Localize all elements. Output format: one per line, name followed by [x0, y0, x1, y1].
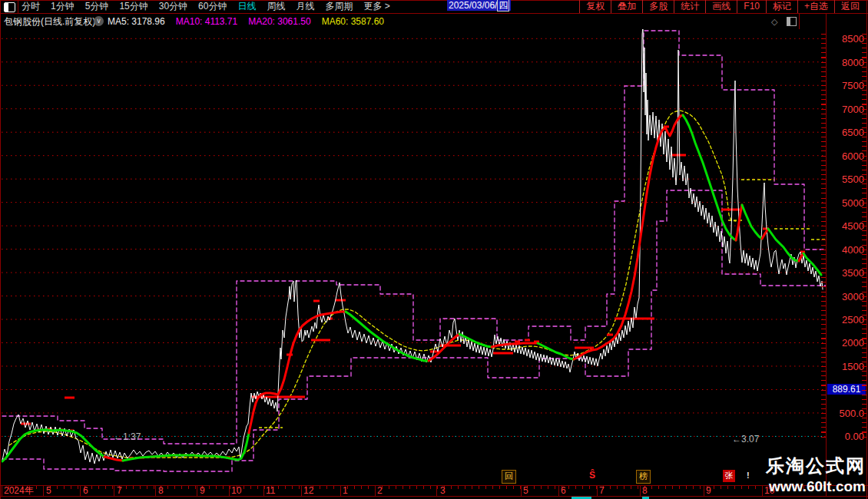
ma-value-labels: MA5: 3178.96MA10: 4113.71MA20: 3061.50MA… — [108, 14, 384, 29]
price-axis-label: 1500 — [827, 361, 864, 372]
tool-menu-多股[interactable]: 多股 — [642, 0, 674, 13]
period-tab-1分钟[interactable]: 1分钟 — [51, 0, 75, 13]
price-axis-label: 2500 — [827, 314, 864, 326]
month-separator — [558, 485, 559, 496]
ma60-line — [9, 111, 736, 458]
trend-line-up — [104, 457, 123, 461]
crosshair-date-box: 2025/03/06/四 — [447, 0, 511, 11]
event-marker-张[interactable]: 张 — [723, 470, 735, 482]
month-label: 7 — [117, 486, 122, 496]
period-toolbar: 分时1分钟5分钟15分钟30分钟60分钟日线周线月线多周期更多 > 复权叠加多股… — [0, 0, 868, 13]
ma-label: MA10: 4113.71 — [176, 14, 238, 29]
price-chart-canvas[interactable] — [0, 0, 868, 499]
period-tab-周线[interactable]: 周线 — [267, 0, 285, 13]
stock-title: 包钢股份(日线.前复权) — [4, 14, 95, 29]
axis-left-border — [826, 13, 827, 496]
month-separator — [640, 485, 641, 496]
month-separator — [597, 485, 598, 496]
price-axis-label: 3000 — [827, 291, 864, 302]
month-label: 5 — [523, 486, 528, 496]
trend-line-up — [249, 312, 346, 433]
xaxis-bottom-border — [0, 496, 868, 497]
price-axis-label: 5500 — [827, 173, 864, 185]
month-label: 2024年 — [4, 486, 34, 496]
month-label: 8 — [642, 486, 648, 496]
trend-line-down — [803, 253, 821, 275]
month-label: 10 — [231, 486, 241, 496]
date-axis: 2024年567891011121235678910 — [0, 485, 868, 496]
trend-line-down — [742, 205, 762, 239]
split-panel-icon[interactable] — [787, 17, 797, 26]
period-tab-分时[interactable]: 分时 — [22, 0, 40, 13]
price-axis-label: 5000 — [827, 197, 864, 209]
tool-menu-+自选[interactable]: +自选 — [797, 0, 834, 13]
month-label: 6 — [561, 486, 566, 496]
price-axis-label: 4500 — [827, 220, 864, 232]
crosshair-weekday: 四 — [497, 0, 509, 12]
month-label: 5 — [46, 486, 51, 496]
month-separator — [704, 485, 704, 496]
event-marker-![interactable]: ! — [747, 470, 750, 482]
period-tab-更多 >[interactable]: 更多 > — [363, 0, 389, 13]
watermark-url: www.60lt.com — [766, 478, 866, 495]
price-axis-label: 0.00 — [827, 431, 864, 442]
tool-menu-统计[interactable]: 统计 — [674, 0, 705, 13]
period-tabs: 分时1分钟5分钟15分钟30分钟60分钟日线周线月线多周期更多 > — [22, 0, 390, 13]
month-separator — [114, 485, 114, 496]
month-separator — [521, 485, 522, 496]
chart-header: 包钢股份(日线.前复权) ∨ MA5: 3178.96MA10: 4113.71… — [0, 14, 868, 29]
price-line — [2, 25, 823, 464]
chevron-down-icon[interactable]: ∨ — [94, 16, 104, 26]
tool-menu-画线[interactable]: 画线 — [705, 0, 737, 13]
month-label: 2 — [377, 486, 383, 496]
trend-line-down — [768, 229, 799, 261]
last-price-badge: 889.61 — [827, 384, 866, 395]
period-tab-月线[interactable]: 月线 — [296, 0, 314, 13]
price-axis-ticks-outer — [862, 34, 866, 439]
month-label: 12 — [303, 486, 313, 496]
panel-toggle-icon[interactable] — [4, 2, 15, 12]
event-marker-榜[interactable]: 榜 — [636, 470, 651, 484]
month-separator — [229, 485, 230, 496]
tool-menu-叠加[interactable]: 叠加 — [611, 0, 642, 13]
watermark-name: 乐淘公式网 — [766, 454, 866, 478]
month-separator — [263, 485, 264, 496]
month-label: 11 — [266, 486, 275, 496]
period-tab-15分钟[interactable]: 15分钟 — [119, 0, 147, 13]
period-tab-5分钟[interactable]: 5分钟 — [85, 0, 109, 13]
price-axis-label: 2000 — [827, 337, 864, 349]
month-label: 8 — [158, 486, 164, 496]
month-separator — [340, 485, 341, 496]
event-marker-Ŝ[interactable]: Ŝ — [589, 470, 595, 482]
price-axis-label: 8000 — [827, 57, 864, 68]
month-separator — [155, 485, 156, 496]
watermark: 乐淘公式网 www.60lt.com — [766, 454, 866, 495]
month-separator — [762, 485, 763, 496]
price-axis-ticks-inner — [821, 34, 826, 439]
period-tab-30分钟[interactable]: 30分钟 — [159, 0, 187, 13]
window-right-border — [866, 0, 867, 499]
month-label: 9 — [200, 486, 205, 496]
diamond-icon[interactable]: ◇ — [771, 14, 777, 29]
upper-channel-band — [2, 31, 826, 444]
month-label: 7 — [599, 486, 605, 496]
period-tab-日线[interactable]: 日线 — [237, 0, 256, 13]
tool-menu-复权[interactable]: 复权 — [579, 0, 611, 13]
period-tab-多周期[interactable]: 多周期 — [325, 0, 353, 13]
price-axis-label: 500.0 — [827, 408, 864, 419]
month-separator — [436, 485, 437, 496]
month-label: 9 — [706, 486, 711, 496]
month-separator — [80, 485, 81, 496]
period-tab-60分钟[interactable]: 60分钟 — [198, 0, 227, 13]
tool-menu-标记[interactable]: 标记 — [766, 0, 797, 13]
ma-label: MA60: 3587.60 — [322, 14, 384, 29]
month-separator — [375, 485, 376, 496]
crosshair-date-text: 2025/03/06/ — [449, 0, 497, 11]
price-axis-label: 6500 — [827, 127, 864, 138]
tool-menu-返回[interactable]: 返回 — [834, 0, 866, 13]
price-axis-label: 4000 — [827, 244, 864, 256]
tool-menu-F10[interactable]: F10 — [737, 0, 766, 13]
month-label: 6 — [83, 486, 88, 496]
event-marker-回[interactable]: 回 — [502, 470, 516, 484]
month-separator — [197, 485, 197, 496]
